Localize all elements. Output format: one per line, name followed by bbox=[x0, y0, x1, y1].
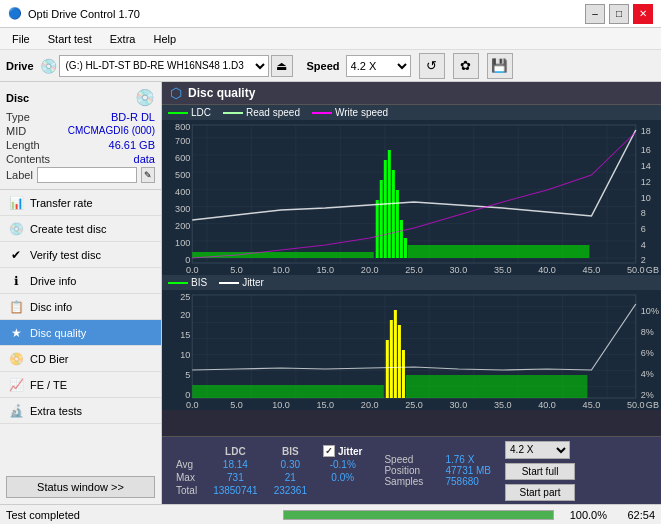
bis-legend-label: BIS bbox=[191, 277, 207, 288]
titlebar-controls: – □ ✕ bbox=[585, 4, 653, 24]
disc-contents-label: Contents bbox=[6, 153, 50, 165]
menu-file[interactable]: File bbox=[4, 31, 38, 47]
disc-type-label: Type bbox=[6, 111, 30, 123]
menu-start-test[interactable]: Start test bbox=[40, 31, 100, 47]
svg-text:2%: 2% bbox=[641, 390, 654, 400]
svg-rect-38 bbox=[400, 220, 403, 258]
stats-total-row: Total 13850741 232361 bbox=[168, 484, 370, 497]
start-part-button[interactable]: Start part bbox=[505, 484, 575, 501]
sidebar-item-extra-tests[interactable]: 🔬 Extra tests bbox=[0, 398, 161, 424]
bis-legend: BIS bbox=[168, 277, 207, 288]
svg-text:5.0: 5.0 bbox=[230, 400, 243, 410]
stats-speed-section: Speed 1.76 X Position 47731 MB Samples 7… bbox=[384, 439, 491, 502]
svg-text:20: 20 bbox=[180, 310, 190, 320]
svg-text:200: 200 bbox=[175, 221, 190, 231]
save-button[interactable]: 💾 bbox=[487, 53, 513, 79]
content-area: ⬡ Disc quality LDC Read speed Write spee… bbox=[162, 82, 661, 504]
svg-text:GB: GB bbox=[646, 400, 659, 410]
drive-label: Drive bbox=[6, 60, 34, 72]
svg-text:50.0: 50.0 bbox=[627, 400, 645, 410]
svg-text:4%: 4% bbox=[641, 369, 654, 379]
svg-text:600: 600 bbox=[175, 153, 190, 163]
svg-text:10: 10 bbox=[641, 193, 651, 203]
jitter-checkbox[interactable]: ✓ bbox=[323, 445, 335, 457]
stats-header-jitter-cb: ✓ Jitter bbox=[315, 444, 370, 458]
stats-table-section: LDC BIS ✓ Jitter Avg bbox=[168, 439, 370, 502]
main-area: Disc 💿 Type BD-R DL MID CMCMAGDI6 (000) … bbox=[0, 82, 661, 504]
settings-button[interactable]: ✿ bbox=[453, 53, 479, 79]
minimize-button[interactable]: – bbox=[585, 4, 605, 24]
start-full-button[interactable]: Start full bbox=[505, 463, 575, 480]
disc-header: Disc 💿 bbox=[6, 88, 155, 107]
write-speed-legend-label: Write speed bbox=[335, 107, 388, 118]
disc-label-input[interactable] bbox=[37, 167, 137, 183]
svg-text:25.0: 25.0 bbox=[405, 265, 423, 275]
disc-mid-label: MID bbox=[6, 125, 26, 137]
sidebar-item-drive-info[interactable]: ℹ Drive info bbox=[0, 268, 161, 294]
maximize-button[interactable]: □ bbox=[609, 4, 629, 24]
svg-rect-33 bbox=[380, 180, 383, 258]
stats-position-row: Position 47731 MB bbox=[384, 465, 491, 476]
sidebar-item-create-test-disc[interactable]: 💿 Create test disc bbox=[0, 216, 161, 242]
svg-text:400: 400 bbox=[175, 187, 190, 197]
refresh-button[interactable]: ↺ bbox=[419, 53, 445, 79]
speed-select-stats[interactable]: 4.2 X bbox=[505, 441, 570, 459]
stats-avg-ldc: 18.14 bbox=[205, 458, 266, 471]
eject-button[interactable]: ⏏ bbox=[271, 55, 293, 77]
svg-text:30.0: 30.0 bbox=[450, 400, 468, 410]
close-button[interactable]: ✕ bbox=[633, 4, 653, 24]
speed-select[interactable]: 4.2 X bbox=[346, 55, 411, 77]
menu-extra[interactable]: Extra bbox=[102, 31, 144, 47]
sidebar-item-transfer-rate[interactable]: 📊 Transfer rate bbox=[0, 190, 161, 216]
svg-rect-37 bbox=[396, 190, 399, 258]
stats-max-row: Max 731 21 0.0% bbox=[168, 471, 370, 484]
stats-bar: LDC BIS ✓ Jitter Avg bbox=[162, 436, 661, 504]
svg-text:50.0: 50.0 bbox=[627, 265, 645, 275]
disc-type-value: BD-R DL bbox=[111, 111, 155, 123]
top-chart-legend: LDC Read speed Write speed bbox=[162, 105, 661, 120]
svg-text:15.0: 15.0 bbox=[316, 265, 334, 275]
stats-total-ldc: 13850741 bbox=[205, 484, 266, 497]
top-chart-container: 0 100 200 300 400 500 600 700 800 2 4 6 … bbox=[162, 120, 661, 275]
disc-quality-header: ⬡ Disc quality bbox=[162, 82, 661, 105]
menu-help[interactable]: Help bbox=[145, 31, 184, 47]
svg-text:10: 10 bbox=[180, 350, 190, 360]
stats-total-blank bbox=[315, 484, 370, 497]
sidebar-item-verify-test-disc[interactable]: ✔ Verify test disc bbox=[0, 242, 161, 268]
svg-rect-31 bbox=[192, 252, 373, 258]
transfer-rate-icon: 📊 bbox=[8, 195, 24, 211]
disc-label-button[interactable]: ✎ bbox=[141, 167, 155, 183]
sidebar-item-disc-quality[interactable]: ★ Disc quality bbox=[0, 320, 161, 346]
ldc-legend-dot bbox=[168, 112, 188, 114]
write-speed-legend-dot bbox=[312, 112, 332, 114]
sidebar: Disc 💿 Type BD-R DL MID CMCMAGDI6 (000) … bbox=[0, 82, 162, 504]
status-time: 62:54 bbox=[615, 509, 655, 521]
disc-info-icon: 📋 bbox=[8, 299, 24, 315]
read-speed-legend-dot bbox=[223, 112, 243, 114]
cd-bier-icon: 📀 bbox=[8, 351, 24, 367]
app-icon: 🔵 bbox=[8, 7, 22, 20]
charts-area: LDC Read speed Write speed bbox=[162, 105, 661, 436]
stats-position-value: 47731 MB bbox=[445, 465, 491, 476]
sidebar-item-label: Disc quality bbox=[30, 327, 86, 339]
sidebar-item-fe-te[interactable]: 📈 FE / TE bbox=[0, 372, 161, 398]
progress-bar-container bbox=[283, 510, 554, 520]
titlebar-title: Opti Drive Control 1.70 bbox=[28, 8, 140, 20]
sidebar-item-disc-info[interactable]: 📋 Disc info bbox=[0, 294, 161, 320]
status-window-button[interactable]: Status window >> bbox=[6, 476, 155, 498]
stats-total-label: Total bbox=[168, 484, 205, 497]
sidebar-item-label: Drive info bbox=[30, 275, 76, 287]
sidebar-item-label: Create test disc bbox=[30, 223, 106, 235]
drive-select[interactable]: (G:) HL-DT-ST BD-RE WH16NS48 1.D3 bbox=[59, 55, 269, 77]
stats-table: LDC BIS ✓ Jitter Avg bbox=[168, 444, 370, 497]
ldc-legend-label: LDC bbox=[191, 107, 211, 118]
stats-max-label: Max bbox=[168, 471, 205, 484]
stats-header-ldc: LDC bbox=[205, 444, 266, 458]
sidebar-item-label: FE / TE bbox=[30, 379, 67, 391]
svg-rect-36 bbox=[392, 170, 395, 258]
sidebar-item-cd-bier[interactable]: 📀 CD Bier bbox=[0, 346, 161, 372]
write-speed-legend: Write speed bbox=[312, 107, 388, 118]
svg-text:5.0: 5.0 bbox=[230, 265, 243, 275]
read-speed-legend: Read speed bbox=[223, 107, 300, 118]
svg-text:45.0: 45.0 bbox=[583, 265, 601, 275]
